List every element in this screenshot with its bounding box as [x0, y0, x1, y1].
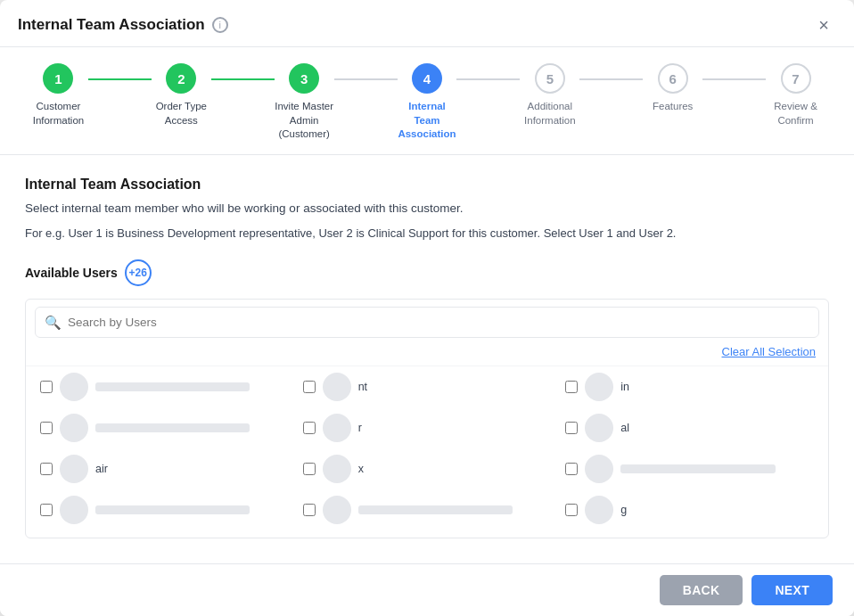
user-name-partial: air	[95, 463, 289, 475]
connector-4-5	[456, 78, 520, 80]
user-checkbox-2[interactable]	[303, 381, 316, 393]
user-checkbox-3[interactable]	[565, 381, 578, 393]
user-checkbox-5[interactable]	[303, 422, 316, 434]
user-name-partial: nt	[358, 381, 552, 393]
users-grid: nt in	[26, 366, 828, 538]
user-info: r	[358, 422, 552, 434]
step-label-2: Order Type Access	[150, 100, 213, 127]
step-5: 5 AdditionalInformation	[518, 63, 581, 127]
list-item	[33, 366, 296, 407]
modal-title: Internal Team Association	[18, 16, 205, 34]
avatar	[60, 414, 88, 442]
modal-header: Internal Team Association i ×	[0, 0, 854, 47]
user-checkbox-4[interactable]	[40, 422, 53, 434]
list-item: air	[33, 448, 296, 489]
search-icon: 🔍	[45, 315, 62, 331]
avatar	[60, 373, 88, 401]
step-label-3: Invite MasterAdmin (Customer)	[273, 100, 336, 142]
step-circle-1: 1	[43, 63, 73, 94]
user-name-partial: r	[358, 422, 552, 434]
avatar	[585, 373, 613, 401]
step-label-6: Features	[653, 100, 693, 114]
avatar	[323, 373, 351, 401]
avatar	[585, 414, 613, 442]
list-item	[296, 489, 559, 530]
clear-selection-button[interactable]: Clear All Selection	[722, 345, 817, 358]
step-6: 6 Features	[641, 63, 704, 114]
avatar	[585, 455, 613, 483]
user-checkbox-7[interactable]	[40, 463, 53, 475]
user-info: air	[95, 463, 289, 475]
user-name-blur	[95, 382, 250, 391]
user-info: al	[620, 422, 814, 434]
connector-2-3	[211, 78, 275, 80]
connector-1-2	[88, 78, 152, 80]
user-name-blur	[620, 464, 775, 473]
list-item: nt	[296, 366, 559, 407]
step-circle-6: 6	[658, 63, 688, 94]
search-input[interactable]	[35, 307, 819, 338]
user-info	[358, 505, 552, 514]
user-info	[95, 505, 289, 514]
search-wrapper: 🔍	[35, 307, 819, 338]
step-circle-4: 4	[412, 63, 442, 94]
user-checkbox-6[interactable]	[565, 422, 578, 434]
user-name-partial: g	[620, 504, 814, 516]
avatar	[60, 455, 88, 483]
user-checkbox-9[interactable]	[565, 463, 578, 475]
step-label-7: Review & Confirm	[764, 100, 827, 127]
user-info	[620, 464, 814, 473]
stepper: 1 CustomerInformation 2 Order Type Acces…	[0, 47, 854, 155]
user-info: x	[358, 463, 552, 475]
user-name-partial: x	[358, 463, 552, 475]
avatar	[323, 496, 351, 524]
user-checkbox-11[interactable]	[303, 504, 316, 516]
connector-6-7	[702, 78, 766, 80]
section-example: For e.g. User 1 is Business Development …	[25, 225, 829, 242]
user-checkbox-8[interactable]	[303, 463, 316, 475]
list-item: r	[296, 407, 559, 448]
user-checkbox-12[interactable]	[565, 504, 578, 516]
section-description: Select internal team member who will be …	[25, 200, 829, 218]
user-info	[95, 423, 289, 432]
step-label-4: Internal TeamAssociation	[396, 100, 459, 142]
step-4: 4 Internal TeamAssociation	[396, 63, 459, 142]
user-name-partial: al	[620, 422, 814, 434]
title-row: Internal Team Association i	[18, 16, 228, 34]
step-7: 7 Review & Confirm	[764, 63, 827, 127]
close-button[interactable]: ×	[811, 12, 836, 37]
step-circle-3: 3	[289, 63, 319, 94]
user-info: g	[620, 504, 814, 516]
available-users-label: Available Users	[25, 266, 118, 280]
step-2: 2 Order Type Access	[150, 63, 213, 127]
user-checkbox-1[interactable]	[40, 381, 53, 393]
back-button[interactable]: BACK	[660, 575, 743, 605]
connector-5-6	[579, 78, 643, 80]
user-name-blur	[95, 505, 250, 514]
user-info	[95, 382, 289, 391]
user-info: nt	[358, 381, 552, 393]
avatar	[323, 455, 351, 483]
clear-row: Clear All Selection	[26, 338, 828, 366]
user-info: in	[620, 381, 814, 393]
info-icon[interactable]: i	[212, 17, 228, 33]
step-label-1: CustomerInformation	[33, 100, 85, 127]
user-count-badge: +26	[125, 259, 152, 286]
users-container: 🔍 Clear All Selection	[25, 299, 829, 538]
modal-footer: BACK NEXT	[0, 563, 854, 616]
next-button[interactable]: NEXT	[751, 575, 833, 605]
modal-body: Internal Team Association Select interna…	[0, 155, 854, 563]
step-label-5: AdditionalInformation	[524, 100, 576, 127]
step-3: 3 Invite MasterAdmin (Customer)	[273, 63, 336, 142]
step-circle-7: 7	[781, 63, 811, 94]
user-name-blur	[358, 505, 513, 514]
list-item: in	[558, 366, 821, 407]
user-checkbox-10[interactable]	[40, 504, 53, 516]
step-1: 1 CustomerInformation	[27, 63, 90, 127]
available-users-row: Available Users +26	[25, 259, 829, 286]
list-item: x	[296, 448, 559, 489]
user-name-partial: in	[620, 381, 814, 393]
list-item	[558, 448, 821, 489]
connector-3-4	[334, 78, 398, 80]
list-item: al	[558, 407, 821, 448]
